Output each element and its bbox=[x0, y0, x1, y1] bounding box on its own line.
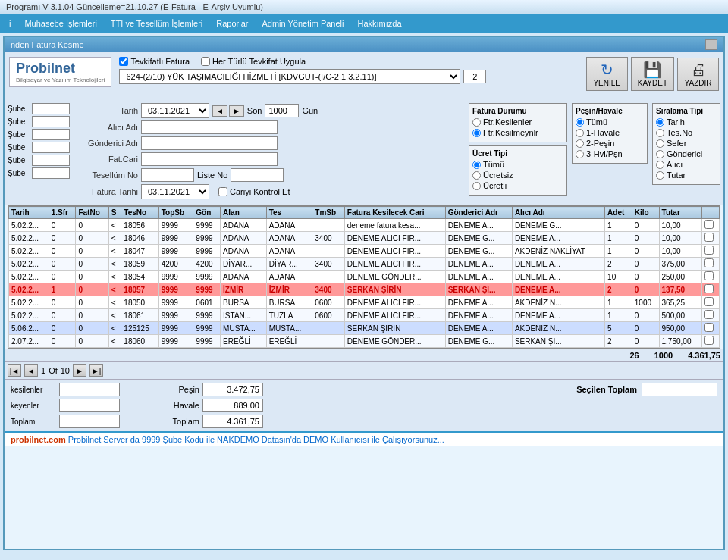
siralama-section: Sıralama Tipi Tarih Tes.No Sefer Gönderi… bbox=[652, 103, 720, 202]
col-fatno: FatNo bbox=[76, 207, 108, 219]
next-date-btn[interactable]: ► bbox=[229, 105, 244, 117]
logo-box: Probilnet Bilgisayar ve Yazılım Teknoloj… bbox=[9, 57, 111, 87]
col-alici: Alıcı Adı bbox=[512, 207, 604, 219]
shube-input-2[interactable] bbox=[32, 116, 70, 127]
havale-input[interactable] bbox=[202, 399, 263, 412]
son-input[interactable] bbox=[265, 104, 299, 117]
siralama-tutar-radio[interactable]: Tutar bbox=[656, 171, 717, 180]
siralama-tesno-radio[interactable]: Tes.No bbox=[656, 128, 717, 137]
pesin-label: Peşin bbox=[158, 385, 199, 394]
brand-text: probilnet.com bbox=[11, 435, 66, 444]
menu-item-muhasebe[interactable]: Muhasebe İşlemleri bbox=[18, 17, 102, 30]
logo-text: Probilnet bbox=[16, 61, 105, 77]
yenile-button[interactable]: ↻ YENİLE bbox=[586, 57, 628, 91]
tevkifatli-checkbox[interactable]: Tevkifatlı Fatura bbox=[119, 57, 190, 66]
main-form: Tarih 03.11.2021 ◄ ► Son Gün Alıcı Adı G… bbox=[77, 103, 464, 202]
fatura-durumu-section: Fatura Durumu Ftr.Kesilenler Ftr.Kesilme… bbox=[469, 103, 567, 202]
col-cari: Fatura Kesilecek Cari bbox=[344, 207, 445, 219]
siralama-title: Sıralama Tipi bbox=[656, 107, 717, 115]
her-turlu-checkbox[interactable]: Her Türlü Tevkifat Uygula bbox=[201, 57, 306, 66]
col-tutar: Tutar bbox=[659, 207, 701, 219]
table-row[interactable]: 5.02.2...10<1805799999999İZMİRİZMİR3400S… bbox=[9, 283, 720, 296]
tarih-input[interactable]: 03.11.2021 bbox=[141, 103, 209, 118]
siralama-gonderici-radio[interactable]: Gönderici bbox=[656, 149, 717, 158]
summary-adet: 26 bbox=[629, 351, 639, 360]
page-next-btn[interactable]: ► bbox=[73, 364, 86, 377]
table-row[interactable]: 5.02.2...00<1805099990601BURSABURSA0600D… bbox=[9, 296, 720, 309]
minimize-button[interactable]: _ bbox=[705, 39, 717, 50]
menu-item-tti[interactable]: TTI ve Tesellüm İşlemleri bbox=[105, 17, 209, 30]
col-topsb: TopSb bbox=[158, 207, 193, 219]
table-row[interactable]: 5.02.2...00<1805942004200DİYAR...DİYAR..… bbox=[9, 258, 720, 271]
table-row[interactable]: 5.06.2...00<12512599999999MUSTA...MUSTA.… bbox=[9, 322, 720, 335]
shube-input-5[interactable] bbox=[32, 155, 70, 166]
ucret-ucretsiz-radio[interactable]: Ücretsiz bbox=[472, 171, 563, 180]
shube-input-1[interactable] bbox=[32, 103, 70, 114]
siralama-alici-radio[interactable]: Alıcı bbox=[656, 160, 717, 169]
siralama-sefer-radio[interactable]: Sefer bbox=[656, 139, 717, 148]
toplam-right-label: Toplam bbox=[158, 417, 199, 426]
fatura-durumu-title: Fatura Durumu bbox=[472, 107, 563, 115]
fatcari-input[interactable] bbox=[141, 152, 278, 166]
col-kilo: Kilo bbox=[632, 207, 659, 219]
pesin-2pesin-radio[interactable]: 2-Peşin bbox=[576, 139, 644, 148]
kesilenler-input[interactable] bbox=[59, 383, 120, 396]
menu-item-raporlar[interactable]: Raporlar bbox=[210, 17, 254, 30]
shube-input-4[interactable] bbox=[32, 142, 70, 153]
page-first-btn[interactable]: |◄ bbox=[8, 364, 21, 377]
toplam-right-input[interactable] bbox=[202, 415, 263, 428]
menu-item-admin[interactable]: Admin Yönetim Paneli bbox=[256, 17, 350, 30]
menu-item-faturalar[interactable]: i bbox=[3, 17, 17, 30]
small-val-input[interactable] bbox=[463, 70, 486, 83]
prev-date-btn[interactable]: ◄ bbox=[212, 105, 228, 117]
col-alan: Alan bbox=[221, 207, 267, 219]
keyenler-input[interactable] bbox=[59, 399, 120, 412]
fattarih-input[interactable]: 03.11.2021 bbox=[141, 184, 209, 199]
status-bar: probilnet.com Probilnet Server da 9999 Ş… bbox=[5, 431, 723, 446]
ucret-tumu-radio[interactable]: Tümü bbox=[472, 160, 563, 169]
shube-input-6[interactable] bbox=[32, 167, 70, 179]
pesin-tumu-radio[interactable]: Tümü bbox=[576, 117, 644, 127]
ucret-ucretli-radio[interactable]: Ücretli bbox=[472, 181, 563, 190]
ftr-kesilmeynlr-radio[interactable]: Ftr.Kesilmeynlr bbox=[472, 128, 563, 137]
kaydet-button[interactable]: 💾 KAYDET bbox=[631, 57, 674, 91]
ftr-kesilenler-radio[interactable]: Ftr.Kesilenler bbox=[472, 117, 563, 127]
col-gonderici: Gönderici Adı bbox=[445, 207, 512, 219]
col-tmsb: TmSb bbox=[312, 207, 345, 219]
main-dropdown[interactable]: 624-(2/10) YÜK TAŞIMACILIĞI HİZMETİ [KDV… bbox=[119, 69, 460, 84]
yazdir-button[interactable]: 🖨 YAZDIR bbox=[677, 58, 719, 91]
page-current: 1 bbox=[41, 366, 46, 375]
kaydet-icon: 💾 bbox=[638, 61, 667, 79]
tesellum-input[interactable] bbox=[141, 168, 194, 182]
page-total: 10 bbox=[61, 366, 70, 375]
toplam-left-label: Toplam bbox=[11, 418, 56, 426]
page-prev-btn[interactable]: ◄ bbox=[24, 364, 38, 377]
alici-input[interactable] bbox=[141, 120, 278, 134]
col-sfr: 1.Sfr bbox=[49, 207, 76, 219]
pesin-input[interactable] bbox=[202, 383, 263, 396]
table-row[interactable]: 5.02.2...00<1804699999999ADANAADANA3400D… bbox=[9, 232, 720, 245]
page-last-btn[interactable]: ►| bbox=[89, 364, 103, 377]
pesin-havale-radio[interactable]: 1-Havale bbox=[576, 128, 644, 137]
siralama-tarih-radio[interactable]: Tarih bbox=[656, 117, 717, 127]
table-row[interactable]: 2.07.2...00<1806099999999EREĞLİEREĞLİDEN… bbox=[9, 335, 720, 348]
alici-label: Alıcı Adı bbox=[77, 123, 138, 132]
table-row[interactable]: 5.02.2...00<1806199999999İSTAN...TUZLA06… bbox=[9, 309, 720, 322]
tarih-label: Tarih bbox=[77, 106, 138, 115]
shube-input-3[interactable] bbox=[32, 129, 70, 140]
table-row[interactable]: 5.02.2...00<1805699999999ADANAADANAdenem… bbox=[9, 219, 720, 232]
gonderici-input[interactable] bbox=[141, 136, 278, 150]
secilen-toplam-input[interactable] bbox=[642, 383, 717, 396]
fatcari-label: Fat.Cari bbox=[77, 155, 138, 164]
listeno-input[interactable] bbox=[231, 168, 284, 182]
toplam-left-input[interactable] bbox=[59, 415, 120, 428]
keyenler-label: keyenler bbox=[11, 402, 56, 410]
table-row[interactable]: 5.02.2...00<1805499999999ADANAADANADENEM… bbox=[9, 271, 720, 283]
menu-item-hakkimizda[interactable]: Hakkımızda bbox=[351, 17, 407, 30]
summary-row: 26 1000 4.361,75 bbox=[5, 349, 723, 361]
havale-label: Havale bbox=[158, 401, 199, 410]
table-row[interactable]: 5.02.2...00<1804799999999ADANAADANADENEM… bbox=[9, 245, 720, 258]
col-s: S bbox=[108, 207, 121, 219]
pesin-hvlpsn-radio[interactable]: 3-Hvl/Pşn bbox=[576, 149, 644, 158]
cari-kontrol-checkbox[interactable]: Cariyi Kontrol Et bbox=[218, 187, 290, 196]
